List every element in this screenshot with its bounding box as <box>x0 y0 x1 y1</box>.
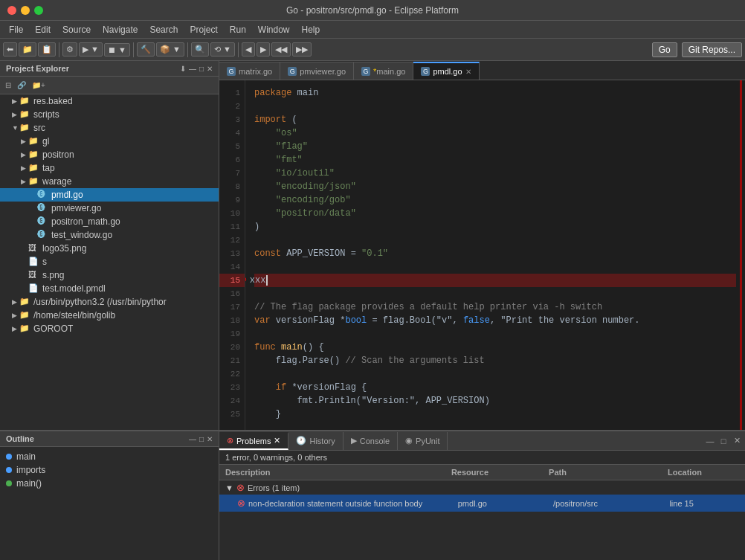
tab-problems[interactable]: ⊗ Problems ✕ <box>219 432 288 450</box>
list-item[interactable]: ▶ 📁 /usr/bin/python3.2 (/usr/bin/pythor <box>0 295 219 309</box>
toolbar-go-btn[interactable]: Go <box>652 42 677 57</box>
toolbar-btn-12[interactable]: ▶ <box>257 42 270 57</box>
table-cell-resource: pmdl.go <box>452 498 547 509</box>
list-item[interactable]: ▶ 📁 tap <box>0 161 219 175</box>
outline-close-btn[interactable]: ✕ <box>207 435 213 443</box>
outline-item-imports[interactable]: imports <box>3 463 216 477</box>
panel-toolbar-btn[interactable]: ⬇ <box>180 65 186 73</box>
panel-close-icon[interactable]: ✕ <box>732 436 742 445</box>
menu-edit[interactable]: Edit <box>29 23 57 36</box>
outline-dot-main <box>6 454 12 460</box>
toolbar-btn-13[interactable]: ◀◀ <box>271 42 291 57</box>
list-item[interactable]: ▶ 📁 gl <box>0 135 219 148</box>
panel-minimize-icon[interactable]: — <box>705 437 715 445</box>
menu-source[interactable]: Source <box>57 23 97 36</box>
problems-summary: 1 error, 0 warnings, 0 others <box>225 453 327 462</box>
tab-console[interactable]: ▶ Console <box>344 432 398 450</box>
code-editor: 1 2 3 4 5 6 7 8 9 10 11 12 13 14 15 16 1 <box>219 80 745 430</box>
panel-maximize-btn[interactable]: □ <box>199 65 204 73</box>
menu-window[interactable]: Window <box>252 23 296 36</box>
line-num-10: 10 <box>219 207 245 220</box>
outline-minimize-btn[interactable]: — <box>189 435 196 443</box>
new-folder-btn[interactable]: 📁+ <box>30 80 48 90</box>
menu-search[interactable]: Search <box>143 23 184 36</box>
line-num-11: 11 <box>219 220 245 234</box>
menu-help[interactable]: Help <box>296 23 326 36</box>
list-item[interactable]: ▶ 📁 scripts <box>0 108 219 121</box>
toolbar-btn-8[interactable]: 📦 ▼ <box>156 42 184 57</box>
toolbar-btn-10[interactable]: ⟲ ▼ <box>210 42 235 57</box>
menu-file[interactable]: File <box>3 23 29 36</box>
menu-navigate[interactable]: Navigate <box>97 23 143 36</box>
list-item[interactable]: ▶ 📁 positron <box>0 148 219 161</box>
outline-controls: — □ ✕ <box>189 435 213 443</box>
outline-item-main[interactable]: main <box>3 450 216 463</box>
file-icon: 🖼 <box>28 243 40 254</box>
tab-label: matrix.go <box>239 67 272 76</box>
panel-minimize-btn[interactable]: — <box>189 65 196 73</box>
outline-maximize-btn[interactable]: □ <box>199 435 204 443</box>
toolbar-btn-4[interactable]: ⚙ <box>62 42 77 57</box>
table-header-resource: Resource <box>445 466 543 478</box>
panel-maximize-icon[interactable]: □ <box>718 437 729 445</box>
tab-pmviewer-go[interactable]: G pmviewer.go <box>280 62 354 80</box>
list-item[interactable]: 📄 test.model.pmdl <box>0 282 219 295</box>
tab-icon: G <box>421 67 430 76</box>
outline-item-mainfn[interactable]: main() <box>3 477 216 490</box>
menu-project[interactable]: Project <box>184 23 223 36</box>
problems-panel: ⊗ Problems ✕ 🕐 History ▶ Console ◉ PyUni… <box>219 431 745 560</box>
toolbar-btn-5[interactable]: ▶ ▼ <box>79 42 103 57</box>
code-content[interactable]: package main import ( "os" "flag" "fmt" … <box>245 80 745 430</box>
line-num-25: 25 <box>219 408 245 421</box>
table-header-path: Path <box>543 466 662 478</box>
panel-toolbar: ⊟ 🔗 📁+ <box>0 77 219 94</box>
menu-run[interactable]: Run <box>224 23 252 36</box>
problems-tab-label: Problems <box>236 437 271 445</box>
pyunit-tab-icon: ◉ <box>405 436 413 445</box>
panel-close-btn[interactable]: ✕ <box>207 65 213 73</box>
folder-icon: 📁 <box>19 109 31 120</box>
list-item[interactable]: ▶ 📁 warage <box>0 175 219 188</box>
toolbar-btn-9[interactable]: 🔍 <box>191 42 209 57</box>
tab-pmdl-go[interactable]: G pmdl.go ✕ <box>413 62 479 80</box>
list-item[interactable]: 🅖 positron_math.go <box>0 215 219 228</box>
tree-item-label: s.png <box>42 270 64 280</box>
tab-pyunit[interactable]: ◉ PyUnit <box>398 432 448 450</box>
tab-main-go[interactable]: G *main.go <box>354 62 413 80</box>
list-item[interactable]: ▶ 📁 res.baked <box>0 94 219 108</box>
list-item[interactable]: ▼ 📁 src <box>0 121 219 135</box>
tab-history[interactable]: 🕐 History <box>288 432 343 450</box>
toolbar-btn-11[interactable]: ◀ <box>242 42 255 57</box>
collapse-all-btn[interactable]: ⊟ <box>3 80 13 90</box>
problems-tab-close[interactable]: ✕ <box>274 436 280 445</box>
tab-matrix-go[interactable]: G matrix.go <box>219 62 280 80</box>
toolbar-btn-1[interactable]: ⬅ <box>3 42 17 57</box>
line-num-5: 5 <box>219 140 245 153</box>
toolbar-btn-3[interactable]: 📋 <box>38 42 56 57</box>
project-explorer-header: Project Explorer ⬇ — □ ✕ <box>0 61 219 77</box>
line-num-21: 21 <box>219 354 245 367</box>
toolbar-btn-7[interactable]: 🔨 <box>137 42 155 57</box>
toolbar-btn-6[interactable]: ⏹ ▼ <box>104 43 130 57</box>
list-item[interactable]: 🅖 pmdl.go <box>0 188 219 202</box>
minimize-btn[interactable] <box>21 6 30 15</box>
list-item[interactable]: 🖼 logo35.png <box>0 242 219 255</box>
tree-item-label: src <box>33 123 45 133</box>
maximize-btn[interactable] <box>34 6 43 15</box>
error-group-header[interactable]: ▼ ⊗ Errors (1 item) <box>219 480 745 495</box>
list-item[interactable]: ▶ 📁 /home/steel/bin/golib <box>0 309 219 322</box>
toolbar-git-btn[interactable]: Git Repos... <box>682 42 742 57</box>
link-editor-btn[interactable]: 🔗 <box>15 80 28 90</box>
close-btn[interactable] <box>7 6 16 15</box>
list-item[interactable]: 🅖 test_window.go <box>0 228 219 242</box>
tab-close-btn[interactable]: ✕ <box>465 68 471 76</box>
table-row[interactable]: ⊗ non-declaration statement outside func… <box>219 495 745 512</box>
list-item[interactable]: 🅖 pmviewer.go <box>0 202 219 215</box>
list-item[interactable]: 🖼 s.png <box>0 268 219 282</box>
list-item[interactable]: 📄 s <box>0 255 219 268</box>
history-tab-label: History <box>309 437 335 445</box>
toolbar-btn-14[interactable]: ▶▶ <box>292 42 312 57</box>
toolbar-btn-2[interactable]: 📁 <box>19 42 36 57</box>
list-item[interactable]: ▶ 📁 GOROOT <box>0 322 219 335</box>
tree-arrow-icon: ▼ <box>12 124 19 132</box>
